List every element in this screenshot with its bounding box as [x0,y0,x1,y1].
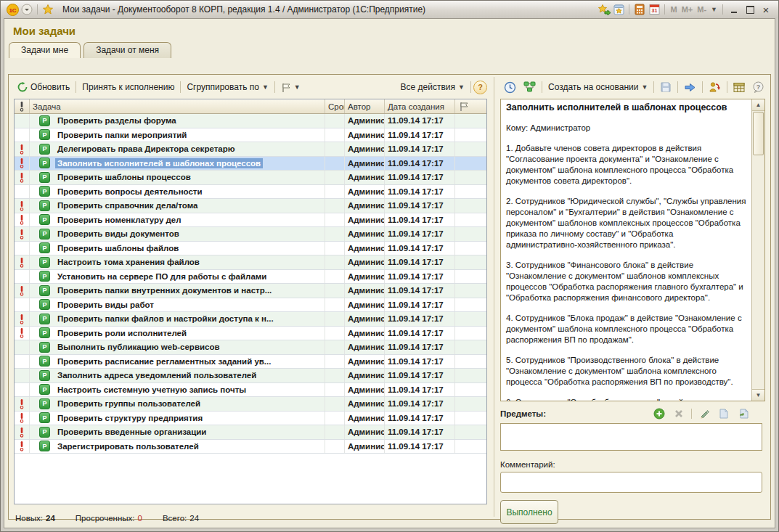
calendar-icon[interactable]: 31 [648,3,661,16]
priority-column-header[interactable] [15,99,30,113]
task-flag-cell[interactable] [455,298,473,312]
memory-button[interactable]: M [670,5,677,14]
accept-button[interactable]: Принять к исполнению [78,81,178,94]
all-actions-button[interactable]: Все действия▼ [397,81,468,94]
table-row[interactable]: P Проверить виды документов Администр...… [15,227,486,242]
add-subject-button[interactable] [652,408,666,420]
table-row[interactable]: P Проверить папки мероприятий Администр.… [15,128,486,143]
exclamation-icon [18,101,25,112]
delete-subject-button[interactable] [672,408,686,420]
report-button[interactable] [730,81,749,94]
process-map-button[interactable] [520,80,539,94]
task-flag-cell[interactable] [455,383,473,397]
forward-button[interactable] [680,81,700,94]
table-row[interactable]: P Проверить вопросы деятельности Админис… [15,185,486,200]
remind-button[interactable] [500,80,520,95]
task-flag-cell[interactable] [455,227,473,241]
task-flag-cell[interactable] [455,157,473,171]
close-button[interactable]: × [758,3,774,16]
done-button[interactable]: Выполнено [500,500,558,524]
edit-subject-button[interactable] [697,408,711,420]
task-flag-cell[interactable] [455,412,473,425]
scroll-up-icon[interactable]: ▲ [752,99,764,111]
favorites-star-icon[interactable] [41,3,54,16]
open-subject-button[interactable] [717,408,731,420]
due-column-header[interactable]: Срок [325,99,345,113]
task-flag-cell[interactable] [455,284,473,298]
table-row[interactable]: P Установить на сервере ПО для работы с … [15,270,486,285]
memory-minus-button[interactable]: M- [697,5,706,14]
task-flag-cell[interactable] [455,340,473,354]
table-row[interactable]: P Проверить структуру предприятия Админи… [15,412,486,426]
refresh-button[interactable]: Обновить [14,81,73,94]
titlebar-chevron-down-icon[interactable]: ▼ [711,6,717,13]
task-column-header[interactable]: Задача [30,99,325,113]
task-due [325,298,345,312]
tab-tasks-from-me[interactable]: Задачи от меня [83,42,171,58]
memory-plus-button[interactable]: M+ [682,5,693,14]
table-row[interactable]: P Делегировать права Директора секретарю… [15,142,486,157]
table-row[interactable]: P Выполнить публикацию web-сервисов Адми… [15,340,486,355]
task-flag-cell[interactable] [455,242,473,255]
task-flag-cell[interactable] [455,142,473,156]
created-column-header[interactable]: Дата создания [385,99,455,113]
table-row[interactable]: P Проверить введенные организации Админи… [15,425,486,440]
minimize-button[interactable] [726,3,742,16]
help-button[interactable]: ? [473,81,487,94]
open-subject-card-button[interactable] [736,408,751,420]
table-row[interactable]: P Проверить папки файлов и настройки дос… [15,312,486,327]
table-row[interactable]: P Проверить шаблоны процессов Администр.… [15,171,486,185]
task-flag-cell[interactable] [455,355,473,369]
titlebar-separator [629,4,629,15]
table-row[interactable]: P Проверить группы пользователей Админис… [15,397,486,412]
save-button[interactable] [656,80,675,94]
favorites-window-icon[interactable] [612,3,625,16]
comment-input[interactable] [500,472,762,493]
task-flag-cell[interactable] [455,114,473,128]
add-favorite-icon[interactable] [597,3,611,16]
create-based-on-button[interactable]: Создать на основании▼ [545,81,651,94]
table-row[interactable]: P Проверить расписание регламентных зада… [15,355,486,369]
task-flag-cell[interactable] [455,128,473,142]
system-menu-button[interactable] [20,3,33,16]
table-row[interactable]: P Зарегистрировать пользователей Админис… [15,440,486,454]
flag-column-header[interactable] [455,99,473,113]
tab-tasks-to-me[interactable]: Задачи мне [9,42,81,58]
table-row[interactable]: P Проверить номенклатуру дел Администр..… [15,213,486,228]
table-row[interactable]: P Проверить виды работ Администр... 11.0… [15,298,486,313]
table-row[interactable]: P Настроить тома хранения файлов Админис… [15,255,486,270]
task-flag-cell[interactable] [455,213,473,227]
table-row[interactable]: P Проверить роли исполнителей Администр.… [15,327,486,341]
task-flag-cell[interactable] [455,369,473,382]
redirect-button[interactable] [705,80,725,94]
task-flag-cell[interactable] [455,440,473,454]
flag-filter-button[interactable]: ▼ [277,81,304,94]
task-flag-cell[interactable] [455,312,473,326]
task-flag-cell[interactable] [455,397,473,411]
subjects-list[interactable] [500,423,762,451]
table-row[interactable]: P Заполнить исполнителей в шаблонах проц… [15,157,486,171]
task-flag-cell[interactable] [455,171,473,184]
detail-help-button[interactable]: ? [749,80,768,94]
table-row[interactable]: P Проверить папки внутренних документов … [15,284,486,298]
maximize-button[interactable] [742,3,758,16]
scrollbar-thumb[interactable] [753,112,764,155]
task-flag-cell[interactable] [455,185,473,199]
calculator-icon[interactable] [633,3,646,16]
author-column-header[interactable]: Автор [345,99,385,113]
task-flag-cell[interactable] [455,255,473,269]
table-row[interactable]: P Заполнить адреса уведомлений пользоват… [15,369,486,383]
task-author: Администр... [345,369,385,382]
scroll-down-icon[interactable]: ▼ [752,389,764,401]
table-row[interactable]: P Проверить справочник дела/тома Админис… [15,199,486,213]
table-row[interactable]: P Настроить системную учетную запись поч… [15,383,486,398]
table-row[interactable]: P Проверить разделы форума Администр... … [15,114,486,128]
task-flag-cell[interactable] [455,270,473,284]
table-row[interactable]: P Проверить шаблоны файлов Администр... … [15,242,486,256]
task-flag-cell[interactable] [455,327,473,340]
description-scrollbar[interactable]: ▲ ▼ [751,99,764,401]
task-flag-cell[interactable] [455,199,473,213]
task-flag-cell[interactable] [455,425,473,439]
group-by-button[interactable]: Сгруппировать по▼ [183,81,272,94]
task-author: Администр... [345,227,385,241]
